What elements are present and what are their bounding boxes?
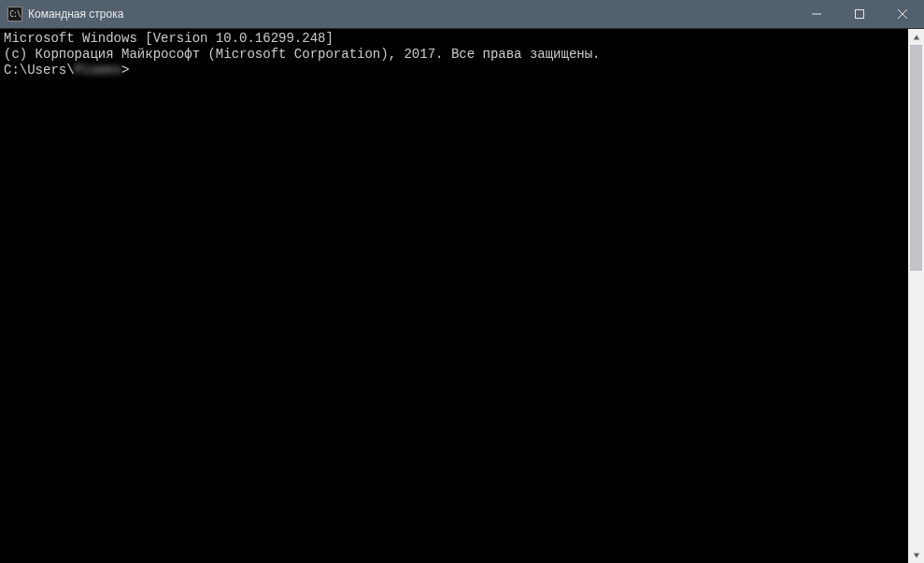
minimize-button[interactable] [795,0,838,28]
svg-marker-5 [913,553,918,557]
scroll-thumb[interactable] [910,45,922,271]
terminal-line: (c) Корпорация Майкрософт (Microsoft Cor… [4,47,904,63]
svg-marker-4 [913,35,918,39]
chevron-up-icon [913,34,920,41]
window-title: Командная строка [28,7,123,21]
terminal-prompt-line: C:\Users\Piseex> [4,63,904,78]
terminal-output[interactable]: Microsoft Windows [Version 10.0.16299.24… [0,29,908,563]
client-area: Microsoft Windows [Version 10.0.16299.24… [0,28,924,563]
app-icon: C:\ [7,7,22,21]
prompt-suffix: > [121,63,129,77]
minimize-icon [812,9,821,19]
prompt-prefix: C:\Users\ [4,63,75,77]
maximize-button[interactable] [838,0,881,28]
svg-rect-1 [856,10,864,19]
close-button[interactable] [881,0,924,28]
titlebar[interactable]: C:\ Командная строка [0,0,924,28]
maximize-icon [855,9,864,19]
scroll-down-button[interactable] [908,547,924,563]
scroll-up-button[interactable] [908,29,924,45]
scroll-track[interactable] [908,45,924,547]
close-icon [898,9,907,19]
app-icon-text: C:\ [9,10,20,19]
chevron-down-icon [913,552,920,559]
terminal-line: Microsoft Windows [Version 10.0.16299.24… [4,31,904,47]
vertical-scrollbar[interactable] [908,29,924,563]
prompt-username: Piseex [75,63,121,78]
command-prompt-window: C:\ Командная строка Microsoft Windows [… [0,0,924,563]
